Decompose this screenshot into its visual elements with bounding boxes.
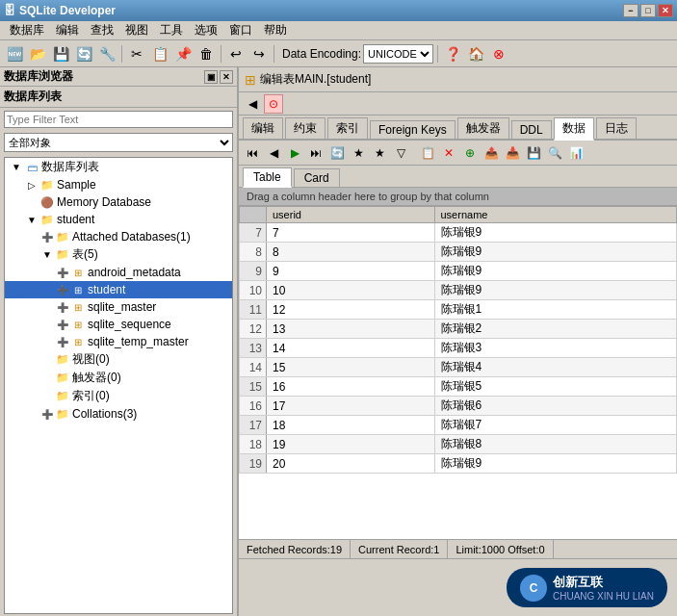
tab-data[interactable]: 数据 [554, 117, 594, 141]
table-row[interactable]: 1010陈瑞银9 [240, 281, 677, 300]
refresh-button[interactable]: 🔄 [73, 43, 94, 64]
expand-attached[interactable]: ➕ [39, 232, 55, 243]
expand-memdb[interactable] [24, 197, 39, 208]
redo-button[interactable]: ↪ [248, 43, 270, 64]
home-button[interactable]: 🏠 [465, 43, 486, 64]
data-first[interactable]: ⏮ [243, 143, 262, 163]
subtab-card[interactable]: Card [294, 168, 340, 187]
tree-item-android[interactable]: ➕ ⊞ android_metadata [5, 264, 232, 281]
minimize-button[interactable]: − [623, 4, 638, 17]
data-star2[interactable]: ★ [370, 143, 389, 163]
tab-edit[interactable]: 编辑 [243, 117, 283, 139]
tree-item-attached[interactable]: ➕ 📁 Attached Databases(1) [5, 228, 232, 245]
data-refresh[interactable]: 🔄 [327, 143, 347, 163]
userid-cell[interactable]: 20 [267, 454, 435, 474]
table-row[interactable]: 1213陈瑞银2 [240, 320, 677, 339]
menu-options[interactable]: 选项 [189, 20, 223, 40]
userid-cell[interactable]: 9 [267, 262, 435, 281]
data-table-wrapper[interactable]: userid username 77陈瑞银988陈瑞银999陈瑞银91010陈瑞… [239, 206, 677, 539]
data-filter[interactable]: ▽ [391, 143, 410, 163]
cut-button[interactable]: ✂ [126, 43, 147, 64]
expand-sample[interactable]: ▷ [24, 180, 39, 191]
tab-log[interactable]: 日志 [596, 117, 637, 139]
tree-item-student-db[interactable]: ▼ 📁 student [5, 211, 232, 228]
col-userid-header[interactable]: userid [267, 207, 435, 223]
data-star1[interactable]: ★ [349, 143, 368, 163]
userid-cell[interactable]: 13 [267, 320, 435, 339]
username-cell[interactable]: 陈瑞银2 [434, 320, 677, 339]
database-tree[interactable]: ▼ 🗃 数据库列表 ▷ 📁 Sample 🟤 Memory Database ▼… [4, 157, 233, 614]
expand-collations[interactable]: ➕ [39, 409, 55, 420]
paste-button[interactable]: 📌 [172, 43, 194, 64]
username-cell[interactable]: 陈瑞银9 [434, 223, 677, 243]
menu-view[interactable]: 视图 [119, 20, 154, 40]
tools-button[interactable]: 🔧 [96, 43, 117, 64]
expand-sqlite-sequence[interactable]: ➕ [55, 320, 70, 330]
menu-edit[interactable]: 编辑 [50, 20, 85, 40]
tree-item-sqlite-temp[interactable]: ➕ ⊞ sqlite_temp_master [5, 333, 232, 350]
encoding-select[interactable]: UNICODE [363, 44, 433, 64]
table-row[interactable]: 1920陈瑞银9 [240, 454, 677, 474]
menu-database[interactable]: 数据库 [4, 20, 50, 40]
expand-indexes[interactable] [39, 391, 55, 401]
tree-item-tables[interactable]: ▼ 📁 表(5) [5, 245, 232, 264]
data-prev[interactable]: ◀ [264, 143, 283, 163]
expand-student[interactable]: ▼ [24, 215, 39, 225]
new-button[interactable]: 🆕 [4, 43, 25, 64]
pin-button[interactable]: ▣ [204, 70, 218, 84]
tab-triggers[interactable]: 触发器 [457, 117, 509, 139]
menu-window[interactable]: 窗口 [223, 20, 258, 40]
data-last[interactable]: ⏭ [306, 143, 325, 163]
expand-root[interactable]: ▼ [9, 162, 24, 172]
userid-cell[interactable]: 16 [267, 377, 435, 397]
tree-item-collations[interactable]: ➕ 📁 Collations(3) [5, 405, 232, 423]
data-more1[interactable]: 🔍 [545, 143, 564, 163]
username-cell[interactable]: 陈瑞银1 [434, 300, 677, 320]
username-cell[interactable]: 陈瑞银7 [434, 416, 677, 435]
userid-cell[interactable]: 18 [267, 416, 435, 435]
data-delete-row[interactable]: ✕ [439, 143, 458, 163]
tab-foreign-keys[interactable]: Foreign Keys [370, 120, 456, 139]
userid-cell[interactable]: 8 [267, 243, 435, 262]
tree-item-views[interactable]: 📁 视图(0) [5, 350, 232, 369]
username-cell[interactable]: 陈瑞银4 [434, 358, 677, 377]
tree-item-sqlite-sequence[interactable]: ➕ ⊞ sqlite_sequence [5, 316, 232, 333]
table-row[interactable]: 1718陈瑞银7 [240, 416, 677, 435]
username-cell[interactable]: 陈瑞银9 [434, 262, 677, 281]
tab-ddl[interactable]: DDL [511, 120, 552, 139]
expand-sqlite-temp[interactable]: ➕ [55, 337, 70, 347]
userid-cell[interactable]: 15 [267, 358, 435, 377]
tree-item-student-table[interactable]: ➕ ⊞ student [5, 281, 232, 298]
username-cell[interactable]: 陈瑞银3 [434, 339, 677, 358]
filter-select[interactable]: 全部对象 [4, 133, 233, 152]
data-import[interactable]: 📥 [503, 143, 522, 163]
table-row[interactable]: 99陈瑞银9 [240, 262, 677, 281]
open-button[interactable]: 📂 [27, 43, 48, 64]
tree-item-triggers[interactable]: 📁 触发器(0) [5, 369, 232, 387]
undo-button[interactable]: ↩ [225, 43, 247, 64]
userid-cell[interactable]: 12 [267, 300, 435, 320]
subtab-table[interactable]: Table [243, 167, 292, 188]
username-cell[interactable]: 陈瑞银8 [434, 435, 677, 454]
table-row[interactable]: 1617陈瑞银6 [240, 397, 677, 416]
delete-button[interactable]: 🗑 [195, 43, 217, 64]
tree-item-sample[interactable]: ▷ 📁 Sample [5, 176, 232, 193]
userid-cell[interactable]: 14 [267, 339, 435, 358]
userid-cell[interactable]: 10 [267, 281, 435, 300]
userid-cell[interactable]: 17 [267, 397, 435, 416]
help-button[interactable]: ❓ [442, 43, 463, 64]
expand-android[interactable]: ➕ [55, 268, 70, 278]
data-next[interactable]: ▶ [285, 143, 304, 163]
table-row[interactable]: 77陈瑞银9 [240, 223, 677, 243]
menu-find[interactable]: 查找 [85, 20, 119, 40]
tab-constraint[interactable]: 约束 [285, 117, 325, 139]
tree-root[interactable]: ▼ 🗃 数据库列表 [5, 158, 232, 176]
data-add[interactable]: ⊕ [460, 143, 480, 163]
table-row[interactable]: 1415陈瑞银4 [240, 358, 677, 377]
tab-index[interactable]: 索引 [327, 117, 368, 139]
table-row[interactable]: 1516陈瑞银5 [240, 377, 677, 397]
expand-sqlite-master[interactable]: ➕ [55, 302, 70, 313]
data-more2[interactable]: 📊 [566, 143, 586, 163]
col-username-header[interactable]: username [434, 207, 677, 223]
expand-tables[interactable]: ▼ [39, 249, 55, 260]
